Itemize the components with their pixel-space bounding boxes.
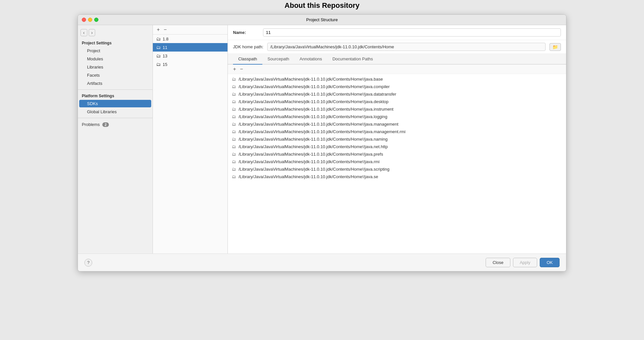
sdk-item-1.8[interactable]: 🗂 1.8 bbox=[153, 35, 227, 43]
sdk-item-11[interactable]: 🗂 11 bbox=[153, 43, 227, 52]
problems-badge: 2 bbox=[102, 122, 109, 127]
window-title: Project Structure bbox=[306, 17, 338, 22]
folder-icon: 🗂 bbox=[156, 53, 161, 58]
tab-classpath[interactable]: Classpath bbox=[233, 54, 262, 65]
folder-icon: 🗂 bbox=[156, 36, 161, 41]
classpath-folder-icon: 🗂 bbox=[232, 99, 236, 104]
sidebar-item-sdks[interactable]: SDKs bbox=[79, 100, 151, 107]
classpath-list-item[interactable]: 🗂/Library/Java/JavaVirtualMachines/jdk-1… bbox=[228, 128, 566, 135]
project-settings-label: Project Settings bbox=[78, 39, 153, 47]
problems-row[interactable]: Problems 2 bbox=[78, 120, 153, 129]
content-area: Name: JDK home path: 📁 Classpath Sourcep… bbox=[228, 25, 566, 254]
sdk-toolbar: + − bbox=[153, 25, 227, 35]
classpath-folder-icon: 🗂 bbox=[232, 122, 236, 127]
classpath-folder-icon: 🗂 bbox=[232, 159, 236, 164]
classpath-list-item[interactable]: 🗂/Library/Java/JavaVirtualMachines/jdk-1… bbox=[228, 83, 566, 90]
close-button[interactable]: Close bbox=[486, 258, 510, 267]
jdk-label: JDK home path: bbox=[233, 44, 263, 49]
project-structure-dialog: Project Structure ‹ › Project Settings P… bbox=[78, 14, 566, 271]
jdk-path-input[interactable] bbox=[267, 43, 546, 51]
classpath-folder-icon: 🗂 bbox=[232, 144, 236, 149]
back-button[interactable]: ‹ bbox=[80, 29, 87, 36]
sidebar-nav: ‹ › bbox=[78, 28, 153, 39]
maximize-traffic-light[interactable] bbox=[94, 18, 98, 22]
name-input[interactable] bbox=[263, 28, 561, 37]
window-body: ‹ › Project Settings Project Modules Lib… bbox=[78, 25, 566, 254]
sidebar-item-project[interactable]: Project bbox=[79, 47, 151, 54]
sidebar-item-modules[interactable]: Modules bbox=[79, 55, 151, 63]
sdk-item-15[interactable]: 🗂 15 bbox=[153, 60, 227, 69]
tab-documentation-paths[interactable]: Documentation Paths bbox=[327, 54, 378, 65]
classpath-list-item[interactable]: 🗂/Library/Java/JavaVirtualMachines/jdk-1… bbox=[228, 98, 566, 105]
platform-settings-label: Platform Settings bbox=[78, 92, 153, 100]
sidebar-item-libraries[interactable]: Libraries bbox=[79, 63, 151, 71]
classpath-list-item[interactable]: 🗂/Library/Java/JavaVirtualMachines/jdk-1… bbox=[228, 75, 566, 83]
minimize-traffic-light[interactable] bbox=[88, 18, 92, 22]
bottom-bar: ? Close Apply OK bbox=[78, 254, 566, 271]
tab-sourcepath[interactable]: Sourcepath bbox=[262, 54, 295, 65]
problems-label: Problems bbox=[82, 122, 100, 127]
ok-button[interactable]: OK bbox=[540, 258, 560, 267]
classpath-list-item[interactable]: 🗂/Library/Java/JavaVirtualMachines/jdk-1… bbox=[228, 143, 566, 150]
tab-annotations[interactable]: Annotations bbox=[294, 54, 327, 65]
classpath-folder-icon: 🗂 bbox=[232, 152, 236, 157]
classpath-list-item[interactable]: 🗂/Library/Java/JavaVirtualMachines/jdk-1… bbox=[228, 120, 566, 128]
tabs-bar: Classpath Sourcepath Annotations Documen… bbox=[228, 54, 566, 65]
close-traffic-light[interactable] bbox=[82, 18, 86, 22]
add-classpath-button[interactable]: + bbox=[232, 67, 237, 72]
classpath-folder-icon: 🗂 bbox=[232, 114, 236, 119]
apply-button[interactable]: Apply bbox=[513, 258, 537, 267]
sdk-panel: + − 🗂 1.8 🗂 11 🗂 13 🗂 15 bbox=[153, 25, 228, 254]
classpath-folder-icon: 🗂 bbox=[232, 129, 236, 134]
sidebar-item-global-libraries[interactable]: Global Libraries bbox=[79, 108, 151, 116]
classpath-folder-icon: 🗂 bbox=[232, 107, 236, 112]
classpath-list-item[interactable]: 🗂/Library/Java/JavaVirtualMachines/jdk-1… bbox=[228, 165, 566, 173]
traffic-lights bbox=[82, 18, 98, 22]
remove-classpath-button[interactable]: − bbox=[239, 67, 244, 72]
sidebar-item-facets[interactable]: Facets bbox=[79, 71, 151, 79]
classpath-list-item[interactable]: 🗂/Library/Java/JavaVirtualMachines/jdk-1… bbox=[228, 90, 566, 98]
window-header: Project Structure bbox=[78, 15, 566, 25]
sidebar-divider-2 bbox=[78, 118, 153, 118]
classpath-folder-icon: 🗂 bbox=[232, 92, 236, 97]
sdk-item-13[interactable]: 🗂 13 bbox=[153, 52, 227, 60]
content-toolbar: + − bbox=[228, 65, 566, 74]
classpath-list-item[interactable]: 🗂/Library/Java/JavaVirtualMachines/jdk-1… bbox=[228, 105, 566, 113]
classpath-folder-icon: 🗂 bbox=[232, 84, 236, 89]
folder-browse-icon: 📁 bbox=[552, 44, 558, 50]
folder-icon: 🗂 bbox=[156, 45, 161, 50]
add-sdk-button[interactable]: + bbox=[155, 27, 161, 32]
sidebar-item-artifacts[interactable]: Artifacts bbox=[79, 80, 151, 87]
name-label: Name: bbox=[233, 30, 259, 35]
classpath-list: 🗂/Library/Java/JavaVirtualMachines/jdk-1… bbox=[228, 74, 566, 254]
help-button[interactable]: ? bbox=[84, 259, 92, 267]
classpath-list-item[interactable]: 🗂/Library/Java/JavaVirtualMachines/jdk-1… bbox=[228, 113, 566, 120]
classpath-folder-icon: 🗂 bbox=[232, 137, 236, 142]
classpath-folder-icon: 🗂 bbox=[232, 167, 236, 172]
forward-button[interactable]: › bbox=[89, 29, 95, 36]
sdk-list: 🗂 1.8 🗂 11 🗂 13 🗂 15 bbox=[153, 35, 227, 254]
jdk-row: JDK home path: 📁 bbox=[228, 40, 566, 54]
folder-icon: 🗂 bbox=[156, 62, 161, 67]
browse-button[interactable]: 📁 bbox=[549, 43, 561, 51]
sidebar: ‹ › Project Settings Project Modules Lib… bbox=[78, 25, 153, 254]
classpath-list-item[interactable]: 🗂/Library/Java/JavaVirtualMachines/jdk-1… bbox=[228, 173, 566, 180]
remove-sdk-button[interactable]: − bbox=[162, 27, 168, 32]
classpath-folder-icon: 🗂 bbox=[232, 77, 236, 82]
classpath-list-item[interactable]: 🗂/Library/Java/JavaVirtualMachines/jdk-1… bbox=[228, 150, 566, 158]
page-title: About this Repository bbox=[0, 0, 644, 11]
classpath-list-item[interactable]: 🗂/Library/Java/JavaVirtualMachines/jdk-1… bbox=[228, 135, 566, 143]
sidebar-divider bbox=[78, 89, 153, 90]
classpath-folder-icon: 🗂 bbox=[232, 174, 236, 179]
name-row: Name: bbox=[228, 25, 566, 40]
classpath-list-item[interactable]: 🗂/Library/Java/JavaVirtualMachines/jdk-1… bbox=[228, 158, 566, 165]
